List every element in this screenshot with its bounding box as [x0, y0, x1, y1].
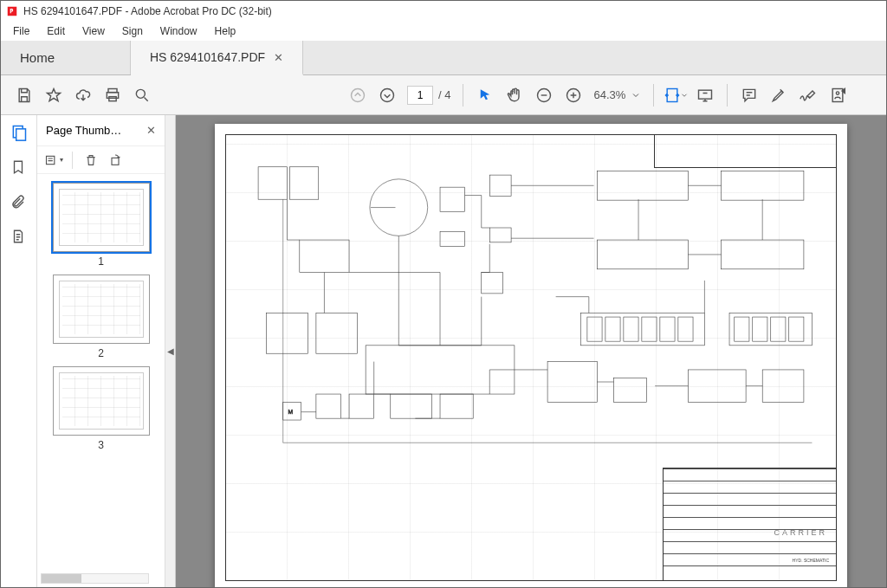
- panel-title: Page Thumb…: [46, 124, 121, 137]
- window-title: HS 6294101647.PDF - Adobe Acrobat Pro DC…: [23, 5, 272, 17]
- bookmark-rail-icon[interactable]: [10, 158, 28, 176]
- svg-rect-46: [624, 317, 638, 341]
- horizontal-scrollbar[interactable]: [41, 573, 149, 584]
- comment-button[interactable]: [735, 81, 764, 110]
- svg-rect-51: [753, 317, 767, 341]
- svg-rect-25: [489, 228, 511, 242]
- svg-rect-40: [547, 362, 597, 403]
- thumbnails-rail-icon[interactable]: [10, 124, 28, 141]
- close-panel-icon[interactable]: ✕: [146, 124, 156, 137]
- svg-rect-22: [440, 187, 465, 211]
- svg-rect-15: [112, 158, 119, 165]
- options-button[interactable]: ▾: [44, 151, 63, 170]
- svg-rect-36: [316, 394, 341, 418]
- svg-rect-20: [300, 240, 349, 272]
- hand-tool-button[interactable]: [500, 81, 529, 110]
- find-button[interactable]: [127, 81, 157, 110]
- svg-rect-19: [316, 313, 358, 353]
- stamp-button[interactable]: [823, 81, 852, 110]
- zoom-out-button[interactable]: [529, 81, 559, 110]
- svg-rect-48: [660, 317, 675, 341]
- thumbnail-1[interactable]: 1: [44, 183, 158, 268]
- svg-rect-24: [489, 175, 511, 196]
- page-input[interactable]: [407, 86, 433, 105]
- svg-rect-38: [391, 394, 432, 418]
- svg-rect-52: [771, 317, 786, 341]
- cloud-share-button[interactable]: [68, 81, 98, 110]
- sign-button[interactable]: [793, 81, 823, 110]
- read-mode-button[interactable]: [690, 81, 720, 110]
- select-tool-button[interactable]: [470, 81, 500, 110]
- svg-point-5: [381, 88, 394, 101]
- svg-rect-8: [668, 88, 678, 101]
- svg-point-11: [837, 91, 839, 94]
- thumbnail-2[interactable]: 2: [44, 275, 158, 359]
- svg-rect-28: [721, 171, 803, 200]
- fit-width-button[interactable]: [661, 81, 690, 110]
- highlight-button[interactable]: [764, 81, 793, 110]
- delete-page-button[interactable]: [81, 151, 100, 170]
- svg-rect-43: [762, 370, 804, 402]
- print-button[interactable]: [98, 81, 127, 110]
- svg-rect-17: [289, 167, 318, 199]
- zoom-in-button[interactable]: [559, 81, 588, 110]
- chevron-down-icon: [680, 91, 689, 100]
- chevron-down-icon: [631, 90, 641, 100]
- page-number: / 4: [407, 86, 450, 105]
- menu-bar: File Edit View Sign Window Help: [1, 22, 886, 41]
- thumbnails-panel: Page Thumb… ✕ ▾ 1 2 3: [37, 115, 165, 587]
- pdf-page: M: [215, 124, 847, 587]
- menu-file[interactable]: File: [6, 23, 36, 39]
- svg-rect-50: [735, 317, 749, 341]
- rotate-page-button[interactable]: [106, 151, 125, 170]
- svg-rect-30: [721, 240, 803, 269]
- page-down-button[interactable]: [372, 81, 402, 110]
- thumbnails-list[interactable]: 1 2 3: [37, 174, 165, 587]
- svg-rect-26: [482, 273, 503, 294]
- svg-rect-23: [440, 232, 465, 247]
- svg-rect-10: [833, 88, 844, 101]
- tab-home[interactable]: Home: [1, 41, 131, 74]
- thumbnail-3[interactable]: 3: [44, 366, 158, 451]
- thumbnails-toolbar: ▾: [37, 146, 165, 174]
- svg-rect-29: [597, 240, 688, 269]
- nav-rail: [1, 115, 37, 587]
- star-button[interactable]: [39, 81, 68, 110]
- page-up-button[interactable]: [343, 81, 372, 110]
- main-area: Page Thumb… ✕ ▾ 1 2 3 ◀: [1, 115, 886, 587]
- svg-rect-44: [587, 317, 602, 341]
- svg-rect-16: [258, 167, 287, 199]
- drawing-subtitle: CARRIER: [774, 528, 827, 537]
- svg-rect-39: [440, 394, 473, 418]
- zoom-select[interactable]: 64.3%: [593, 88, 641, 101]
- document-viewport[interactable]: M: [176, 115, 886, 587]
- hydraulic-schematic-drawing: M: [225, 134, 837, 581]
- menu-sign[interactable]: Sign: [115, 23, 150, 39]
- menu-view[interactable]: View: [75, 23, 112, 39]
- svg-rect-45: [605, 317, 620, 341]
- page-total: 4: [444, 88, 450, 101]
- svg-rect-2: [109, 96, 116, 100]
- svg-rect-18: [267, 313, 308, 353]
- menu-help[interactable]: Help: [208, 23, 243, 39]
- close-tab-icon[interactable]: ✕: [274, 51, 283, 64]
- save-button[interactable]: [10, 81, 39, 110]
- svg-rect-47: [642, 317, 657, 341]
- attachment-rail-icon[interactable]: [10, 193, 28, 210]
- svg-text:M: M: [288, 410, 293, 416]
- menu-window[interactable]: Window: [153, 23, 204, 39]
- svg-point-3: [136, 89, 145, 98]
- svg-rect-9: [699, 90, 712, 99]
- svg-rect-13: [16, 129, 25, 140]
- svg-rect-27: [597, 171, 688, 200]
- collapse-panel-button[interactable]: ◀: [165, 115, 176, 587]
- tab-document[interactable]: HS 6294101647.PDF ✕: [131, 41, 303, 75]
- acrobat-app-icon: [6, 5, 18, 17]
- menu-edit[interactable]: Edit: [40, 23, 72, 39]
- svg-rect-49: [678, 317, 693, 341]
- main-toolbar: / 4 64.3%: [1, 75, 886, 115]
- svg-rect-42: [688, 370, 746, 402]
- document-rail-icon[interactable]: [10, 228, 28, 245]
- title-bar: HS 6294101647.PDF - Adobe Acrobat Pro DC…: [1, 1, 886, 22]
- svg-rect-41: [613, 378, 646, 402]
